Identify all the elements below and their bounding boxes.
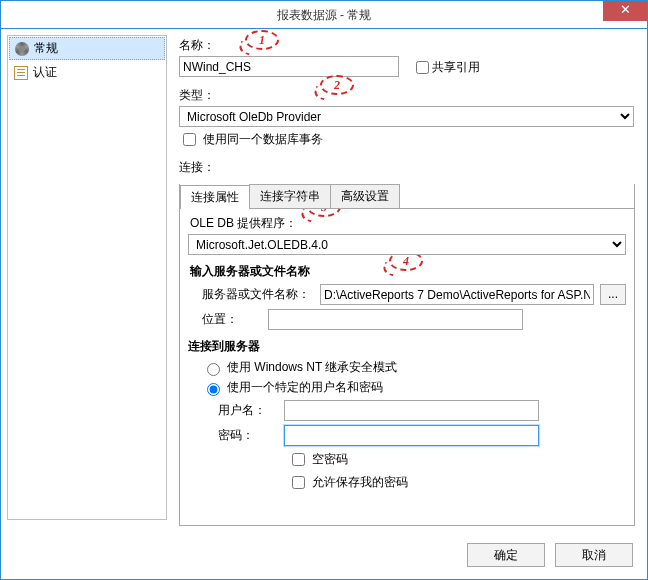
tab-conn-props[interactable]: 连接属性 (180, 185, 250, 209)
close-button[interactable]: ✕ (603, 1, 647, 21)
tab-advanced[interactable]: 高级设置 (330, 184, 400, 208)
oledb-provider-select[interactable]: Microsoft.Jet.OLEDB.4.0 (188, 234, 626, 255)
titlebar: 报表数据源 - 常规 ✕ (1, 1, 647, 29)
type-select[interactable]: Microsoft OleDb Provider (179, 106, 634, 127)
password-input[interactable] (284, 425, 539, 446)
conn-label: 连接： (179, 159, 635, 176)
type-label: 类型： (179, 87, 635, 104)
ok-button[interactable]: 确定 (467, 543, 545, 567)
tab-conn-string[interactable]: 连接字符串 (249, 184, 331, 208)
cancel-button[interactable]: 取消 (555, 543, 633, 567)
radio-windows-nt[interactable] (207, 363, 220, 376)
sidebar-item-label: 常规 (34, 40, 58, 57)
name-label: 名称： (179, 37, 635, 54)
location-label: 位置： (202, 311, 262, 328)
blank-password-checkbox[interactable] (292, 453, 305, 466)
save-password-checkbox[interactable] (292, 476, 305, 489)
username-label: 用户名： (218, 402, 278, 419)
same-tx-checkbox[interactable] (183, 133, 196, 146)
nav-sidebar: 常规 认证 (7, 35, 167, 520)
radio-specific-user-label: 使用一个特定的用户名和密码 (227, 379, 383, 396)
connect-section-title: 连接到服务器 (188, 338, 626, 355)
dialog-buttons: 确定 取消 (467, 543, 633, 567)
tabstrip: 连接属性 连接字符串 高级设置 (180, 184, 634, 209)
server-file-label: 服务器或文件名称： (202, 286, 314, 303)
server-file-input[interactable] (320, 284, 594, 305)
name-input[interactable] (179, 56, 399, 77)
blank-password-label: 空密码 (312, 451, 348, 468)
dialog-window: 报表数据源 - 常规 ✕ 常规 认证 1 2 3 4 名称： 共 (0, 0, 648, 580)
server-section-title: 输入服务器或文件名称 (190, 263, 626, 280)
password-label: 密码： (218, 427, 278, 444)
location-input[interactable] (268, 309, 523, 330)
gear-icon (15, 42, 29, 56)
oledb-label: OLE DB 提供程序： (190, 216, 297, 230)
same-tx-label: 使用同一个数据库事务 (203, 131, 323, 148)
share-checkbox[interactable] (416, 61, 429, 74)
sidebar-item-label: 认证 (33, 64, 57, 81)
radio-specific-user[interactable] (207, 383, 220, 396)
browse-button[interactable]: ... (600, 284, 626, 305)
username-input[interactable] (284, 400, 539, 421)
window-title: 报表数据源 - 常规 (1, 1, 647, 29)
document-icon (14, 66, 28, 80)
radio-windows-nt-label: 使用 Windows NT 继承安全模式 (227, 359, 397, 376)
sidebar-item-auth[interactable]: 认证 (8, 61, 166, 84)
save-password-label: 允许保存我的密码 (312, 474, 408, 491)
sidebar-item-general[interactable]: 常规 (9, 37, 165, 60)
share-label: 共享引用 (432, 59, 480, 76)
connection-tabs: 连接属性 连接字符串 高级设置 OLE DB 提供程序： Microsoft.J… (179, 184, 635, 526)
main-panel: 1 2 3 4 名称： 共享引用 类型： Microsoft OleDb Pro… (167, 29, 647, 526)
